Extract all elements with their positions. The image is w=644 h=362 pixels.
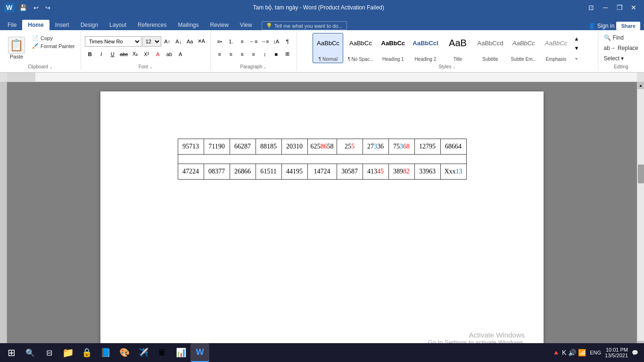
table-cell: 71190 (204, 139, 230, 155)
doc-scroll-area[interactable]: 9571371190662878818520310625865825527336… (7, 82, 637, 348)
style-item-heading2[interactable]: AaBbCcI Heading 2 (409, 33, 441, 63)
quick-save-btn[interactable]: 💾 (17, 3, 29, 12)
style-item-¶normal[interactable]: AaBbCc ¶ Normal (313, 33, 343, 63)
sort-btn[interactable]: ↕A (271, 36, 281, 47)
system-tray: 🔺 K 🔊 📶 (552, 349, 586, 356)
ribbon-tab-insert[interactable]: Insert (50, 20, 75, 30)
style-item-emphasis[interactable]: AaBbCc Emphasis (541, 33, 571, 63)
ribbon-tab-mailings[interactable]: Mailings (172, 20, 204, 30)
paragraph-group: ≡• 1. ≡ ←≡ →≡ ↕A ¶ ≡ ≡ ≡ ≡ ↕ ■ ⊞ Paragra… (211, 32, 297, 70)
clipboard-group-content: 📋 Paste 📄 Copy 🖌️ Format Painter (4, 33, 77, 63)
superscript-btn[interactable]: X² (141, 49, 152, 59)
ribbon-tab-file[interactable]: File (2, 20, 22, 30)
ruler-right-side (637, 73, 644, 82)
notifications-icon[interactable]: 💬 (632, 350, 638, 356)
ribbon-tab-review[interactable]: Review (204, 20, 234, 30)
taskbar-telegram[interactable]: ✈️ (134, 343, 153, 362)
grid-icon[interactable]: ⊡ (585, 1, 598, 14)
ribbon-tab-layout[interactable]: Layout (104, 20, 132, 30)
copy-button[interactable]: 📄 Copy (30, 34, 77, 41)
find-icon: 🔍 (604, 34, 611, 41)
table-cell: 38982 (388, 164, 414, 180)
restore-btn[interactable]: ❐ (613, 1, 626, 14)
align-right-btn[interactable]: ≡ (237, 49, 248, 59)
vertical-scrollbar[interactable]: ▲ ▼ (637, 82, 644, 348)
clear-formatting-btn[interactable]: ✕A (196, 36, 206, 47)
quick-undo-btn[interactable]: ↩ (32, 3, 41, 12)
styles-scroll-down[interactable]: ▼ (571, 43, 582, 53)
taskbar-search[interactable]: 🔍 (21, 343, 40, 362)
scroll-track[interactable] (637, 89, 644, 341)
change-case-btn[interactable]: Aa (185, 36, 195, 47)
person-icon: 👤 (588, 23, 595, 29)
ribbon-tab-references[interactable]: References (132, 20, 172, 30)
font-color-btn[interactable]: A (153, 49, 163, 59)
styles-more[interactable]: ⌄ (571, 53, 582, 62)
select-button[interactable]: Select ▾ (602, 54, 640, 63)
taskbar-chart[interactable]: 📊 (172, 343, 190, 362)
tell-me-text: Tell me what you want to do... (274, 23, 343, 29)
svg-rect-1 (7, 73, 35, 82)
taskbar-paint[interactable]: 🎨 (115, 343, 134, 362)
table-cell: 68664 (440, 139, 466, 155)
table-cell: 255 (337, 139, 363, 155)
taskbar-word-active[interactable]: W (190, 343, 209, 362)
ribbon-tab-view[interactable]: View (234, 20, 258, 30)
taskbar-calc[interactable]: 🖩 (153, 343, 172, 362)
style-item-subtleem...[interactable]: AaBbCc Subtle Em... (507, 33, 539, 63)
start-button[interactable]: ⊞ (2, 343, 21, 362)
show-marks-btn[interactable]: ¶ (282, 36, 293, 47)
decrease-indent-btn[interactable]: ←≡ (248, 36, 259, 47)
text-color-btn[interactable]: A (175, 49, 186, 59)
ribbon-tab-design[interactable]: Design (75, 20, 104, 30)
taskbar-taskview[interactable]: ⊟ (40, 343, 58, 362)
style-item-title[interactable]: AaB Title (443, 33, 473, 63)
minimize-btn[interactable]: ─ (599, 1, 612, 14)
increase-font-btn[interactable]: A↑ (162, 36, 173, 47)
font-name-select[interactable]: Times New Ro (85, 36, 141, 47)
table-row: 4722408377268666151144195147243058741345… (178, 164, 466, 180)
style-item-¶nospac...[interactable]: AaBbCc ¶ No Spac... (344, 33, 377, 63)
taskbar-lock[interactable]: 🔒 (77, 343, 96, 362)
font-group: Times New Ro 12 A↑ A↓ Aa ✕A B I U abc X₂… (81, 32, 211, 70)
taskbar-explorer[interactable]: 📁 (58, 343, 77, 362)
borders-btn[interactable]: ⊞ (282, 49, 293, 59)
format-painter-button[interactable]: 🖌️ Format Painter (30, 42, 77, 49)
scroll-thumb[interactable] (638, 165, 644, 183)
share-btn[interactable]: Share (616, 22, 640, 30)
ruler-svg (7, 73, 637, 82)
strikethrough-btn[interactable]: abc (119, 49, 129, 59)
scroll-up-btn[interactable]: ▲ (637, 82, 644, 89)
ribbon-tab-home[interactable]: Home (22, 20, 49, 30)
align-center-btn[interactable]: ≡ (226, 49, 236, 59)
styles-scroll-up[interactable]: ▲ (571, 34, 582, 43)
style-item-subtitle[interactable]: AaBbCcd Subtitle (474, 33, 507, 63)
table-cell: 41345 (363, 164, 388, 180)
table-cell: 95713 (178, 139, 204, 155)
increase-indent-btn[interactable]: →≡ (260, 36, 270, 47)
multilevel-btn[interactable]: ≡ (237, 36, 248, 47)
quick-redo-btn[interactable]: ↪ (43, 3, 52, 12)
replace-button[interactable]: ab→ Replace (602, 44, 640, 52)
close-btn[interactable]: ✕ (627, 1, 640, 14)
paste-button[interactable]: 📋 Paste (4, 34, 29, 62)
style-item-heading1[interactable]: AaBbCc Heading 1 (378, 33, 408, 63)
italic-button[interactable]: I (96, 49, 107, 59)
numbering-btn[interactable]: 1. (226, 36, 236, 47)
tell-me-bar[interactable]: 💡 Tell me what you want to do... (262, 21, 347, 30)
subscript-btn[interactable]: X₂ (130, 49, 140, 59)
font-size-select[interactable]: 12 (142, 36, 161, 47)
find-button[interactable]: 🔍 Find (602, 33, 640, 42)
shading-btn[interactable]: ■ (271, 49, 281, 59)
align-left-btn[interactable]: ≡ (215, 49, 225, 59)
highlight-btn[interactable]: ab (164, 49, 174, 59)
para-row1: ≡• 1. ≡ ←≡ →≡ ↕A ¶ (215, 36, 293, 47)
justify-btn[interactable]: ≡ (248, 49, 259, 59)
decrease-font-btn[interactable]: A↓ (173, 36, 184, 47)
bold-button[interactable]: B (85, 49, 95, 59)
sign-in-btn[interactable]: 👤 Sign in (588, 23, 615, 29)
line-spacing-btn[interactable]: ↕ (260, 49, 270, 59)
taskbar-word-doc[interactable]: 📘 (96, 343, 115, 362)
underline-button[interactable]: U (107, 49, 118, 59)
bullets-btn[interactable]: ≡• (215, 36, 225, 47)
